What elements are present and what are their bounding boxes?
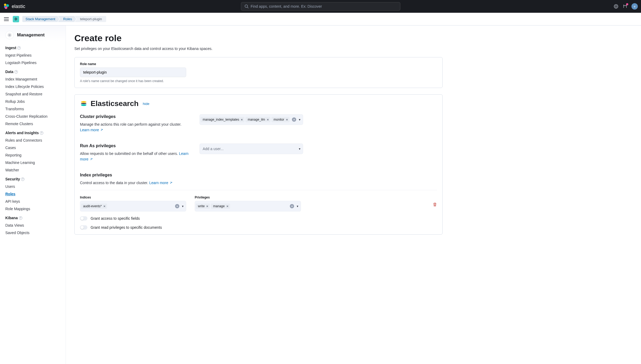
nav-item[interactable]: Remote Clusters <box>5 120 60 128</box>
nav-item[interactable]: Snapshot and Restore <box>5 90 60 98</box>
gear-icon <box>5 31 14 39</box>
role-name-input[interactable] <box>80 67 186 77</box>
learn-more-link[interactable]: Learn more <box>149 181 172 185</box>
search-input[interactable] <box>251 4 397 9</box>
grant-fields-label: Grant access to specific fields <box>91 216 140 221</box>
svg-point-7 <box>615 5 617 7</box>
breadcrumb-current: teleport-plugin <box>75 16 106 22</box>
info-icon[interactable]: ? <box>17 46 21 50</box>
nav-section: Data ?Index ManagementIndex Lifecycle Po… <box>0 67 66 129</box>
run-as-placeholder: Add a user... <box>201 147 224 151</box>
tag: manage_index_templates✕ <box>201 117 244 122</box>
cluster-privileges-combobox[interactable]: manage_index_templates✕manage_ilm✕monito… <box>199 114 303 125</box>
chevron-down-icon[interactable]: ▼ <box>298 147 301 150</box>
nav-item[interactable]: Cross-Cluster Replication <box>5 113 60 120</box>
tag: monitor✕ <box>271 117 290 122</box>
run-as-row: Run As privileges Allow requests to be s… <box>80 143 437 162</box>
sidebar-title: Management <box>17 32 45 38</box>
indices-combobox[interactable]: audit-events*✕ ✕ ▼ <box>80 201 186 211</box>
nav-item[interactable]: Index Lifecycle Policies <box>5 83 60 90</box>
grant-read-row: Grant read privileges to specific docume… <box>80 225 437 230</box>
role-name-hint: A role's name cannot be changed once it … <box>80 79 437 83</box>
breadcrumb-stack-management[interactable]: Stack Management <box>22 16 60 22</box>
breadcrumb-roles[interactable]: Roles <box>58 16 76 22</box>
nav-item[interactable]: API keys <box>5 198 60 205</box>
menu-toggle-button[interactable] <box>3 16 10 22</box>
nav-item[interactable]: Rules and Connectors <box>5 137 60 144</box>
page-title: Create role <box>74 33 443 43</box>
svg-line-5 <box>247 7 248 8</box>
delete-index-priv-button[interactable] <box>433 202 437 208</box>
top-header: elastic e <box>0 0 641 13</box>
header-actions: e <box>613 3 638 10</box>
sidebar: Management Ingest ?Ingest PipelinesLogst… <box>0 26 66 364</box>
nav-item[interactable]: Ingest Pipelines <box>5 52 60 59</box>
run-as-heading: Run As privileges <box>80 143 189 148</box>
nav-section-title: Ingest ? <box>5 46 60 50</box>
notification-dot <box>626 3 628 5</box>
chevron-down-icon[interactable]: ▼ <box>181 205 184 208</box>
info-icon[interactable]: ? <box>40 131 43 135</box>
run-as-desc: Allow requests to be submitted on the be… <box>80 151 189 162</box>
hide-link[interactable]: hide <box>143 102 150 106</box>
tag-remove-icon[interactable]: ✕ <box>226 205 228 208</box>
tag-remove-icon[interactable]: ✕ <box>286 118 288 121</box>
cluster-priv-desc: Manage the actions this role can perform… <box>80 122 189 133</box>
tag: write✕ <box>196 204 210 209</box>
elasticsearch-logo-icon <box>80 100 87 107</box>
index-priv-heading: Index privileges <box>80 173 437 177</box>
nav-item[interactable]: Role Mappings <box>5 205 60 213</box>
user-avatar[interactable]: e <box>631 3 638 10</box>
nav-item[interactable]: Index Management <box>5 75 60 83</box>
chevron-down-icon[interactable]: ▼ <box>298 118 301 121</box>
elasticsearch-panel: Elasticsearch hide Cluster privileges Ma… <box>74 94 443 235</box>
logo[interactable]: elastic <box>3 3 25 10</box>
trash-icon <box>433 202 437 207</box>
tag: manage_ilm✕ <box>245 117 270 122</box>
nav-item[interactable]: Cases <box>5 144 60 151</box>
info-icon[interactable]: ? <box>19 216 22 220</box>
es-section-header: Elasticsearch hide <box>80 99 437 108</box>
info-icon[interactable]: ? <box>21 177 24 181</box>
nav-item[interactable]: Rollup Jobs <box>5 98 60 105</box>
cluster-privileges-row: Cluster privileges Manage the actions th… <box>80 114 437 133</box>
nav-item[interactable]: Reporting <box>5 151 60 159</box>
nav-item[interactable]: Logstash Pipelines <box>5 59 60 66</box>
learn-more-link[interactable]: Learn more <box>80 128 103 132</box>
chevron-down-icon[interactable]: ▼ <box>296 205 299 208</box>
nav-item[interactable]: Machine Learning <box>5 159 60 166</box>
newsfeed-icon[interactable] <box>622 4 628 9</box>
nav-item[interactable]: Saved Objects <box>5 229 60 236</box>
tag-remove-icon[interactable]: ✕ <box>103 205 105 208</box>
nav-item[interactable]: Data Views <box>5 222 60 229</box>
nav-item[interactable]: Transforms <box>5 105 60 113</box>
tag-remove-icon[interactable]: ✕ <box>206 205 208 208</box>
privileges-label: Privileges <box>195 196 301 199</box>
indices-label: Indices <box>80 196 186 199</box>
run-as-combobox[interactable]: Add a user... ▼ <box>199 143 303 154</box>
nav-section-title: Security ? <box>5 177 60 181</box>
svg-point-3 <box>4 6 6 8</box>
nav-section-title: Kibana ? <box>5 216 60 220</box>
grant-fields-switch[interactable] <box>80 216 87 221</box>
nav-item[interactable]: Users <box>5 183 60 190</box>
tag-remove-icon[interactable]: ✕ <box>267 118 269 121</box>
space-selector[interactable]: D <box>13 16 19 22</box>
global-search[interactable] <box>241 2 400 11</box>
nav-item[interactable]: Watcher <box>5 166 60 174</box>
elastic-logo-icon <box>3 3 10 10</box>
es-title: Elasticsearch <box>91 99 139 108</box>
combobox-clear-icon[interactable]: ✕ <box>175 204 179 208</box>
index-priv-entry: Indices audit-events*✕ ✕ ▼ Privileges <box>80 196 437 211</box>
combobox-clear-icon[interactable]: ✕ <box>290 204 294 208</box>
info-icon[interactable]: ? <box>14 70 18 74</box>
grant-read-switch[interactable] <box>80 225 87 230</box>
tag: audit-events*✕ <box>81 204 107 209</box>
nav-item[interactable]: Roles <box>5 190 60 198</box>
grant-fields-row: Grant access to specific fields <box>80 216 437 221</box>
help-icon[interactable] <box>613 4 619 9</box>
svg-point-11 <box>9 34 10 36</box>
tag-remove-icon[interactable]: ✕ <box>241 118 243 121</box>
privileges-combobox[interactable]: write✕manage✕ ✕ ▼ <box>195 201 301 211</box>
combobox-clear-icon[interactable]: ✕ <box>292 117 296 122</box>
